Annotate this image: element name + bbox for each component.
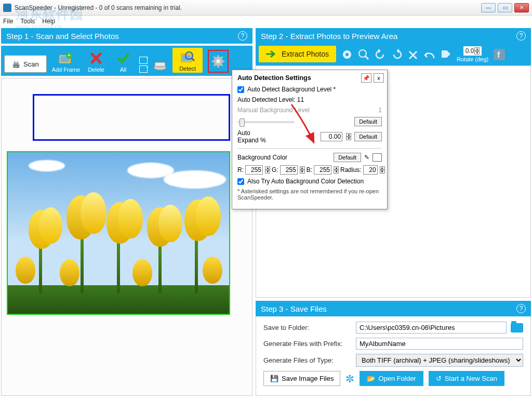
selection-frame[interactable] xyxy=(33,94,230,141)
svg-rect-13 xyxy=(218,65,219,68)
radius-input[interactable] xyxy=(363,165,378,175)
scan-label: Scan xyxy=(23,60,39,68)
manual-level-value: 1 xyxy=(378,107,382,114)
step2-toolbar: Extract Photos 0.0▴▾ Rotate (deg) f xyxy=(256,44,531,65)
menu-tools[interactable]: Tools xyxy=(20,18,35,25)
svg-line-9 xyxy=(192,58,194,61)
step3-title: Step 3 - Save Files xyxy=(261,304,327,313)
manual-default-button[interactable]: Default xyxy=(354,117,382,126)
minimize-button[interactable]: — xyxy=(481,3,496,12)
rotate-right-icon[interactable] xyxy=(391,49,403,62)
window-titlebar: ScanSpeeder - Unregistered - 0 of 0 scan… xyxy=(0,0,532,16)
b-input[interactable] xyxy=(314,165,331,175)
svg-text:f: f xyxy=(497,50,500,59)
extract-label: Extract Photos xyxy=(282,50,329,58)
rotate-left-icon[interactable] xyxy=(375,49,386,62)
extract-settings-icon[interactable] xyxy=(341,49,353,62)
svg-rect-15 xyxy=(222,61,224,62)
scan-button[interactable]: 🖨️ Scan xyxy=(4,55,47,73)
popup-title: Auto Detection Settings xyxy=(237,74,382,82)
bgcolor-default-button[interactable]: Default xyxy=(334,153,361,162)
expand-label-a: Auto xyxy=(237,129,266,137)
rotate-value-input[interactable]: 0.0▴▾ xyxy=(463,46,482,56)
browse-folder-button[interactable] xyxy=(511,323,523,332)
svg-rect-12 xyxy=(218,55,219,58)
prefix-input[interactable] xyxy=(356,338,523,350)
detected-photo[interactable] xyxy=(7,151,230,315)
menu-help[interactable]: Help xyxy=(42,18,55,25)
close-button[interactable]: ✕ xyxy=(514,3,529,12)
auto-detect-checkbox[interactable] xyxy=(237,86,244,93)
expand-label-b: Expand % xyxy=(237,137,266,144)
also-try-checkbox[interactable] xyxy=(237,178,244,185)
maximize-button[interactable]: ▭ xyxy=(498,3,512,12)
step3-header: Step 3 - Save Files ? xyxy=(256,301,531,316)
all-button[interactable]: All xyxy=(112,51,134,73)
delete-button[interactable]: Delete xyxy=(85,51,107,73)
shrink-icon[interactable]: − xyxy=(139,65,148,73)
step1-header: Step 1 - Scan and Select Photos ? xyxy=(1,28,252,44)
r-input[interactable] xyxy=(245,165,263,175)
delete-label: Delete xyxy=(88,66,104,73)
scan-canvas[interactable] xyxy=(1,78,252,396)
manual-level-label: Manual Background Level xyxy=(237,107,310,114)
expand-default-button[interactable]: Default xyxy=(354,132,382,141)
bgcolor-swatch[interactable] xyxy=(373,153,382,162)
gear-icon xyxy=(212,55,224,68)
detect-label: Detect xyxy=(179,65,196,72)
detect-settings-button[interactable] xyxy=(208,50,229,73)
g-label: G: xyxy=(272,166,278,174)
delete-icon xyxy=(89,51,103,65)
detect-button[interactable]: Detect xyxy=(172,48,203,73)
detect-icon xyxy=(180,50,195,64)
r-label: R: xyxy=(237,166,244,174)
all-icon xyxy=(116,51,130,65)
svg-line-23 xyxy=(365,56,368,59)
svg-rect-5 xyxy=(155,62,165,66)
step1-title: Step 1 - Scan and Select Photos xyxy=(6,32,119,41)
step3-help-icon[interactable]: ? xyxy=(516,304,526,313)
expand-input[interactable] xyxy=(321,132,342,141)
svg-point-21 xyxy=(345,53,349,56)
scanner-select-button[interactable] xyxy=(153,58,167,73)
facebook-icon[interactable]: f xyxy=(494,49,505,62)
svg-point-22 xyxy=(359,50,366,57)
save-settings-icon[interactable]: ✼ xyxy=(345,373,354,385)
scanner-icon: 🖨️ xyxy=(12,60,20,68)
rotate-label: Rotate (deg) xyxy=(457,56,488,62)
add-frame-label: Add Frame xyxy=(52,66,80,73)
detected-level-text: Auto Detected Level: 11 xyxy=(237,96,304,103)
auto-detect-label: Auto Detect Background Level * xyxy=(247,86,336,93)
extract-photos-button[interactable]: Extract Photos xyxy=(259,46,336,62)
g-input[interactable] xyxy=(280,165,298,175)
svg-point-11 xyxy=(217,60,220,63)
step2-help-icon[interactable]: ? xyxy=(516,31,526,41)
pin-button[interactable]: 📌 xyxy=(361,73,371,83)
save-image-files-button[interactable]: 💾 Save Image Files xyxy=(263,371,340,386)
filetype-label: Generate Files of Type: xyxy=(263,356,352,364)
tag-icon[interactable] xyxy=(440,49,451,62)
filetype-select[interactable]: Both TIFF (archival) + JPEG (sharing/sli… xyxy=(356,354,523,367)
step1-toolbar: 🖨️ Scan + Add Frame Delete All xyxy=(1,46,252,76)
expand-icon[interactable]: + xyxy=(139,57,148,64)
start-new-scan-button[interactable]: ↺ Start a New Scan xyxy=(429,371,504,386)
menubar: File Tools Help xyxy=(0,16,532,27)
menu-file[interactable]: File xyxy=(3,18,13,25)
zoom-icon[interactable] xyxy=(358,49,369,62)
eyedropper-icon[interactable]: ✎ xyxy=(364,154,369,161)
save-folder-input[interactable] xyxy=(356,322,507,334)
all-label: All xyxy=(120,66,126,73)
manual-level-slider[interactable] xyxy=(237,121,295,123)
refresh-icon: ↺ xyxy=(436,375,442,382)
step2-header: Step 2 - Extract Photos to Preview Area … xyxy=(256,28,531,44)
svg-rect-14 xyxy=(212,61,215,62)
undo-icon[interactable] xyxy=(423,51,435,62)
popup-close-button[interactable]: x xyxy=(374,73,384,83)
also-try-label: Also Try Auto Background Color Detection xyxy=(247,178,364,185)
delete-preview-icon[interactable] xyxy=(408,50,418,62)
step1-help-icon[interactable]: ? xyxy=(238,31,247,41)
b-label: B: xyxy=(307,166,312,174)
add-frame-button[interactable]: + Add Frame xyxy=(52,51,80,73)
app-icon xyxy=(3,4,11,12)
open-folder-button[interactable]: 📂 Open Folder xyxy=(360,371,423,386)
